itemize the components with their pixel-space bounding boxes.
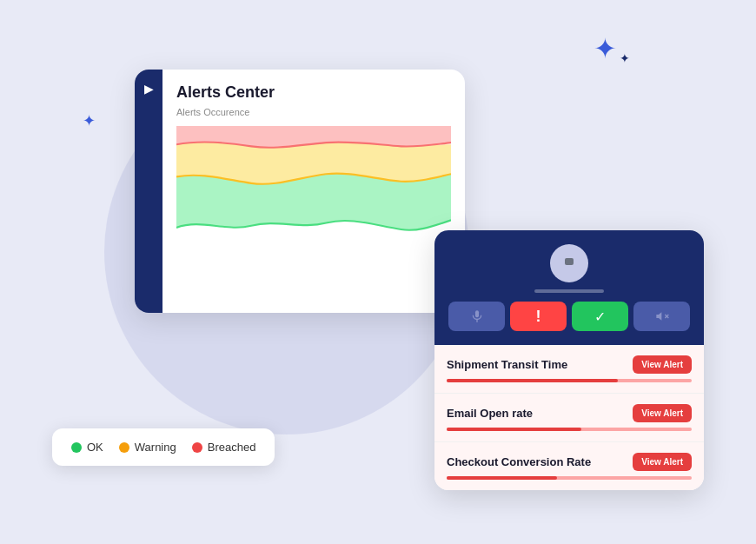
legend-ok: OK — [71, 441, 103, 454]
alert-checkout-name: Checkout Conversion Rate — [447, 455, 591, 468]
star-icon-2: ✦ — [83, 113, 96, 129]
star-icon-1: ✦ — [594, 35, 617, 63]
legend-ok-dot — [71, 442, 82, 453]
alert-checkout-progress-bar — [447, 476, 692, 480]
tab-muted[interactable] — [633, 302, 690, 331]
alerts-chart — [176, 126, 451, 274]
alert-email-progress-fill — [447, 428, 581, 431]
card-sidebar: ▶ — [135, 70, 162, 313]
view-alert-checkout-button[interactable]: View Alert — [633, 453, 692, 471]
card-subtitle: Alerts Occurence — [176, 107, 451, 117]
tab-ok[interactable]: ✓ — [572, 302, 628, 331]
chart-svg — [176, 126, 451, 274]
alerts-list-card: ! ✓ Shipment Transit Time View Alert — [434, 230, 704, 490]
alert-shipment-progress-fill — [447, 379, 618, 382]
card-content: Alerts Center Alerts Occurence — [162, 70, 465, 284]
header-tabs: ! ✓ — [448, 302, 690, 331]
legend-breached: Breached — [192, 441, 256, 454]
alert-email-progress-bar — [447, 428, 692, 431]
header-avatar — [550, 244, 588, 282]
warning-icon: ! — [536, 308, 541, 326]
view-alert-email-button[interactable]: View Alert — [633, 404, 692, 422]
alert-item-email: Email Open rate View Alert — [434, 394, 704, 442]
alert-item-shipment-row: Shipment Transit Time View Alert — [447, 355, 692, 374]
legend-card: OK Warning Breached — [52, 428, 275, 466]
avatar-icon — [559, 253, 580, 274]
alert-shipment-progress-bar — [447, 379, 692, 382]
mic-icon — [470, 309, 484, 323]
alert-item-shipment: Shipment Transit Time View Alert — [434, 345, 704, 394]
alerts-list-header: ! ✓ — [434, 230, 704, 345]
alert-item-checkout-row: Checkout Conversion Rate View Alert — [447, 453, 692, 471]
header-line — [534, 289, 604, 293]
tab-mic[interactable] — [448, 302, 505, 331]
alert-checkout-progress-fill — [447, 476, 557, 480]
svg-rect-0 — [565, 258, 574, 265]
view-alert-shipment-button[interactable]: View Alert — [633, 355, 692, 374]
legend-warning-dot — [119, 442, 129, 453]
legend-breached-dot — [192, 442, 202, 453]
legend-warning-label: Warning — [135, 441, 176, 454]
checkmark-icon: ✓ — [594, 308, 606, 325]
star-icon-4: ✦ — [620, 52, 630, 64]
sidebar-arrow-icon: ▶ — [144, 82, 154, 96]
legend-warning: Warning — [119, 441, 176, 454]
tab-warning[interactable]: ! — [510, 302, 567, 331]
alert-shipment-name: Shipment Transit Time — [447, 358, 567, 371]
alerts-center-card: ▶ Alerts Center Alerts Occurence — [135, 70, 465, 313]
legend-ok-label: OK — [87, 441, 103, 454]
legend-breached-label: Breached — [208, 441, 256, 454]
muted-icon — [655, 309, 669, 323]
card-title: Alerts Center — [176, 83, 451, 102]
alert-email-name: Email Open rate — [447, 407, 533, 420]
svg-rect-1 — [475, 310, 479, 317]
alert-item-checkout: Checkout Conversion Rate View Alert — [434, 442, 704, 490]
alert-item-email-row: Email Open rate View Alert — [447, 404, 692, 422]
